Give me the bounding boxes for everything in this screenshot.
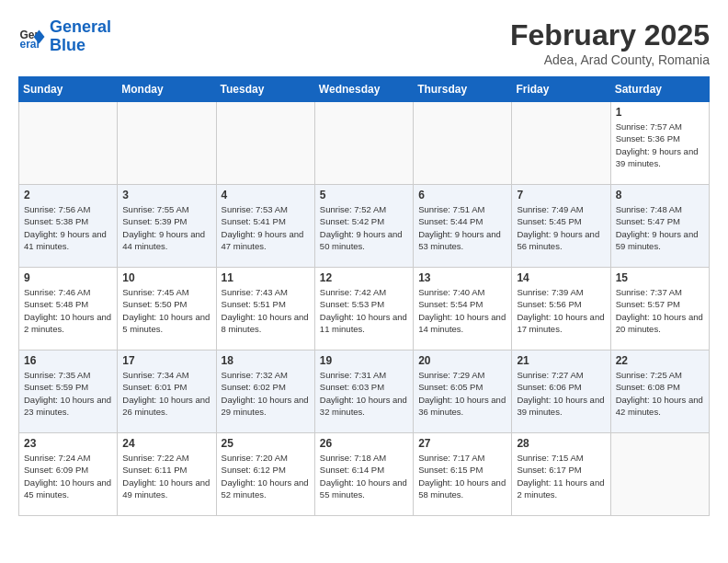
day-info: Sunrise: 7:25 AMSunset: 6:08 PMDaylight:…: [616, 369, 704, 418]
day-number: 21: [517, 354, 605, 367]
week-row-4: 16Sunrise: 7:35 AMSunset: 5:59 PMDayligh…: [19, 350, 710, 433]
day-number: 27: [418, 437, 506, 450]
logo-text: GeneralBlue: [50, 18, 111, 55]
day-number: 12: [320, 271, 408, 284]
logo: Gen eral GeneralBlue: [18, 18, 111, 55]
day-info: Sunrise: 7:40 AMSunset: 5:54 PMDaylight:…: [418, 286, 506, 335]
calendar-cell: 21Sunrise: 7:27 AMSunset: 6:06 PMDayligh…: [512, 350, 610, 433]
calendar-cell: 14Sunrise: 7:39 AMSunset: 5:56 PMDayligh…: [512, 268, 610, 350]
day-info: Sunrise: 7:22 AMSunset: 6:11 PMDaylight:…: [122, 452, 210, 500]
day-info: Sunrise: 7:55 AMSunset: 5:39 PMDaylight:…: [122, 203, 210, 252]
calendar-cell: 6Sunrise: 7:51 AMSunset: 5:44 PMDaylight…: [414, 185, 512, 268]
day-number: 20: [418, 354, 506, 367]
calendar-cell: 2Sunrise: 7:56 AMSunset: 5:38 PMDaylight…: [19, 185, 118, 268]
day-info: Sunrise: 7:31 AMSunset: 6:03 PMDaylight:…: [320, 369, 408, 418]
calendar-cell: 9Sunrise: 7:46 AMSunset: 5:48 PMDaylight…: [19, 268, 118, 350]
day-number: 6: [418, 189, 506, 201]
calendar-cell: [414, 102, 512, 185]
day-info: Sunrise: 7:32 AMSunset: 6:02 PMDaylight:…: [222, 369, 310, 418]
title-area: February 2025 Adea, Arad County, Romania: [510, 18, 710, 67]
day-number: 24: [122, 437, 210, 450]
day-number: 5: [320, 189, 408, 201]
calendar-cell: 22Sunrise: 7:25 AMSunset: 6:08 PMDayligh…: [610, 350, 709, 433]
day-number: 4: [222, 189, 310, 201]
month-title: February 2025: [510, 18, 710, 52]
calendar-cell: 18Sunrise: 7:32 AMSunset: 6:02 PMDayligh…: [216, 350, 314, 433]
calendar-cell: [118, 102, 216, 185]
day-number: 23: [24, 437, 112, 450]
day-info: Sunrise: 7:52 AMSunset: 5:42 PMDaylight:…: [320, 203, 408, 252]
weekday-header-wednesday: Wednesday: [314, 77, 413, 102]
logo-icon: Gen eral: [18, 23, 46, 51]
calendar-cell: 25Sunrise: 7:20 AMSunset: 6:12 PMDayligh…: [216, 433, 314, 516]
weekday-header-tuesday: Tuesday: [216, 77, 314, 102]
day-number: 17: [122, 354, 210, 367]
day-info: Sunrise: 7:35 AMSunset: 5:59 PMDaylight:…: [24, 369, 112, 418]
day-info: Sunrise: 7:49 AMSunset: 5:45 PMDaylight:…: [517, 203, 605, 252]
week-row-5: 23Sunrise: 7:24 AMSunset: 6:09 PMDayligh…: [19, 433, 710, 516]
day-number: 19: [320, 354, 408, 367]
day-info: Sunrise: 7:37 AMSunset: 5:57 PMDaylight:…: [616, 286, 704, 335]
day-number: 22: [616, 354, 704, 367]
calendar-cell: [216, 102, 314, 185]
day-number: 18: [222, 354, 310, 367]
week-row-2: 2Sunrise: 7:56 AMSunset: 5:38 PMDaylight…: [19, 185, 710, 268]
day-info: Sunrise: 7:34 AMSunset: 6:01 PMDaylight:…: [122, 369, 210, 418]
calendar-cell: 28Sunrise: 7:15 AMSunset: 6:17 PMDayligh…: [512, 433, 610, 516]
calendar-table: SundayMondayTuesdayWednesdayThursdayFrid…: [18, 76, 710, 516]
calendar-cell: 19Sunrise: 7:31 AMSunset: 6:03 PMDayligh…: [314, 350, 413, 433]
day-number: 13: [418, 271, 506, 284]
weekday-header-row: SundayMondayTuesdayWednesdayThursdayFrid…: [19, 77, 710, 102]
weekday-header-friday: Friday: [512, 77, 610, 102]
calendar-cell: 12Sunrise: 7:42 AMSunset: 5:53 PMDayligh…: [314, 268, 413, 350]
calendar-cell: 3Sunrise: 7:55 AMSunset: 5:39 PMDaylight…: [118, 185, 216, 268]
day-info: Sunrise: 7:24 AMSunset: 6:09 PMDaylight:…: [24, 452, 112, 500]
calendar-cell: 23Sunrise: 7:24 AMSunset: 6:09 PMDayligh…: [19, 433, 118, 516]
day-number: 25: [222, 437, 310, 450]
calendar-cell: 20Sunrise: 7:29 AMSunset: 6:05 PMDayligh…: [414, 350, 512, 433]
weekday-header-thursday: Thursday: [414, 77, 512, 102]
calendar-cell: 4Sunrise: 7:53 AMSunset: 5:41 PMDaylight…: [216, 185, 314, 268]
day-number: 15: [616, 271, 704, 284]
calendar-cell: 17Sunrise: 7:34 AMSunset: 6:01 PMDayligh…: [118, 350, 216, 433]
day-number: 8: [616, 189, 704, 201]
day-number: 16: [24, 354, 112, 367]
day-info: Sunrise: 7:57 AMSunset: 5:36 PMDaylight:…: [616, 121, 704, 169]
calendar-cell: [19, 102, 118, 185]
day-info: Sunrise: 7:53 AMSunset: 5:41 PMDaylight:…: [222, 203, 310, 252]
day-info: Sunrise: 7:46 AMSunset: 5:48 PMDaylight:…: [24, 286, 112, 335]
weekday-header-saturday: Saturday: [610, 77, 709, 102]
day-info: Sunrise: 7:39 AMSunset: 5:56 PMDaylight:…: [517, 286, 605, 335]
day-info: Sunrise: 7:56 AMSunset: 5:38 PMDaylight:…: [24, 203, 112, 252]
calendar-cell: 16Sunrise: 7:35 AMSunset: 5:59 PMDayligh…: [19, 350, 118, 433]
calendar-cell: 11Sunrise: 7:43 AMSunset: 5:51 PMDayligh…: [216, 268, 314, 350]
day-info: Sunrise: 7:29 AMSunset: 6:05 PMDaylight:…: [418, 369, 506, 418]
calendar-cell: 8Sunrise: 7:48 AMSunset: 5:47 PMDaylight…: [610, 185, 709, 268]
calendar-cell: 13Sunrise: 7:40 AMSunset: 5:54 PMDayligh…: [414, 268, 512, 350]
day-number: 2: [24, 189, 112, 201]
calendar-cell: 5Sunrise: 7:52 AMSunset: 5:42 PMDaylight…: [314, 185, 413, 268]
week-row-1: 1Sunrise: 7:57 AMSunset: 5:36 PMDaylight…: [19, 102, 710, 185]
calendar-cell: [610, 433, 709, 516]
calendar-cell: 26Sunrise: 7:18 AMSunset: 6:14 PMDayligh…: [314, 433, 413, 516]
day-number: 7: [517, 189, 605, 201]
calendar-cell: [512, 102, 610, 185]
calendar-cell: 7Sunrise: 7:49 AMSunset: 5:45 PMDaylight…: [512, 185, 610, 268]
day-info: Sunrise: 7:45 AMSunset: 5:50 PMDaylight:…: [122, 286, 210, 335]
day-number: 14: [517, 271, 605, 284]
calendar-cell: 1Sunrise: 7:57 AMSunset: 5:36 PMDaylight…: [610, 102, 709, 185]
day-number: 9: [24, 271, 112, 284]
calendar-cell: 24Sunrise: 7:22 AMSunset: 6:11 PMDayligh…: [118, 433, 216, 516]
day-info: Sunrise: 7:18 AMSunset: 6:14 PMDaylight:…: [320, 452, 408, 500]
day-number: 26: [320, 437, 408, 450]
day-info: Sunrise: 7:15 AMSunset: 6:17 PMDaylight:…: [517, 452, 605, 500]
calendar-cell: 10Sunrise: 7:45 AMSunset: 5:50 PMDayligh…: [118, 268, 216, 350]
week-row-3: 9Sunrise: 7:46 AMSunset: 5:48 PMDaylight…: [19, 268, 710, 350]
day-info: Sunrise: 7:17 AMSunset: 6:15 PMDaylight:…: [418, 452, 506, 500]
weekday-header-monday: Monday: [118, 77, 216, 102]
calendar-cell: [314, 102, 413, 185]
day-info: Sunrise: 7:43 AMSunset: 5:51 PMDaylight:…: [222, 286, 310, 335]
subtitle: Adea, Arad County, Romania: [510, 52, 710, 67]
day-number: 28: [517, 437, 605, 450]
day-info: Sunrise: 7:51 AMSunset: 5:44 PMDaylight:…: [418, 203, 506, 252]
